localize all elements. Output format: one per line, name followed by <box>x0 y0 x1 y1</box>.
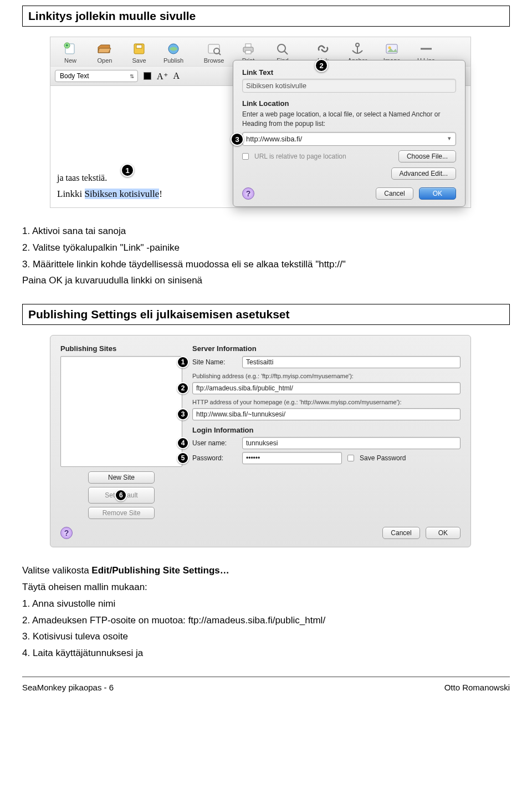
instructions-block-2: Valitse valikosta Edit/Publishing Site S… <box>22 564 510 660</box>
choose-file-button[interactable]: Choose File... <box>398 150 456 162</box>
editor-text-line1: ja taas tekstiä. <box>57 173 107 182</box>
http-addr-input[interactable]: http://www.siba.fi/~tunnuksesi/ <box>192 408 461 420</box>
callout-badge-2b: 2 <box>177 382 189 394</box>
footer-left: SeaMonkey pikaopas - 6 <box>22 683 114 692</box>
svg-line-13 <box>284 51 288 54</box>
user-name-label: User name: <box>192 439 237 447</box>
link-text-label: Link Text <box>242 68 456 77</box>
instr1-4: Paina OK ja kuvaruudulla linkki on sinis… <box>22 274 510 287</box>
server-info-panel: Server Information 1 Site Name: Testisai… <box>192 344 461 519</box>
server-info-title: Server Information <box>192 344 461 353</box>
set-default-button[interactable]: Set 6ault <box>88 487 155 504</box>
ok-button[interactable]: OK <box>419 187 456 200</box>
callout-badge-3: 3 <box>231 133 244 146</box>
svg-line-8 <box>219 53 221 55</box>
instr2-lead: Valitse valikosta Edit/Publishing Site S… <box>22 564 510 577</box>
help-icon[interactable]: ? <box>242 187 254 200</box>
instructions-block-1: 1. Aktivoi sana tai sanoja 2. Valitse ty… <box>22 225 510 287</box>
instr2-2: 2. Amadeuksen FTP-osoite on muotoa: ftp:… <box>22 614 510 627</box>
login-info-title: Login Information <box>192 426 461 434</box>
btn-open[interactable]: Open <box>88 39 121 65</box>
browse-icon <box>204 40 223 57</box>
callout-badge-1b: 1 <box>177 356 189 368</box>
new-icon: ✦ <box>61 40 80 57</box>
instr2-1: 1. Anna sivustolle nimi <box>22 597 510 611</box>
btn-publish[interactable]: Publish <box>157 39 190 65</box>
site-name-input[interactable]: Testisaitti <box>242 356 461 368</box>
publishing-sites-title: Publishing Sites <box>60 344 182 353</box>
screenshot-publishing-settings: Publishing Sites New Site Set 6ault Remo… <box>50 335 471 547</box>
cancel-button[interactable]: Cancel <box>376 187 413 200</box>
find-icon <box>273 40 292 57</box>
save-password-checkbox[interactable] <box>347 455 354 461</box>
anchor-icon <box>348 40 367 57</box>
paragraph-format-dropdown[interactable]: Body Text <box>55 70 138 82</box>
svg-point-14 <box>356 43 359 47</box>
btn-new[interactable]: ✦ New <box>54 39 87 65</box>
page-footer: SeaMonkey pikaopas - 6 Otto Romanowski <box>22 677 510 692</box>
section-title-2: Publishing Settings eli julkaisemisen as… <box>22 304 510 325</box>
open-icon <box>95 40 114 57</box>
http-addr-hint: HTTP address of your homepage (e.g.: 'ht… <box>192 399 461 405</box>
font-decrease-button[interactable]: A <box>173 71 180 81</box>
instr1-2: 2. Valitse työkalupalkin "Link" -painike <box>22 241 510 255</box>
save-password-label: Save Password <box>360 454 406 462</box>
link-location-help: Enter a web page location, a local file,… <box>242 110 456 129</box>
help-icon-2[interactable]: ? <box>60 527 73 539</box>
link-text-display: Sibiksen kotisivulle <box>242 79 456 93</box>
password-label: Password: <box>192 454 237 462</box>
pub-addr-hint: Publishing address (e.g.: 'ftp://ftp.myi… <box>192 373 461 379</box>
cancel-button-2[interactable]: Cancel <box>382 527 420 539</box>
screenshot-editor-link-dialog: ✦ New Open Save Publish Browse Print Fin… <box>50 37 471 208</box>
site-name-label: Site Name: <box>192 358 237 366</box>
link-url-input[interactable]: http://www.siba.fi/ <box>242 132 456 146</box>
pub-addr-input[interactable]: ftp://amadeus.siba.fi/public_html/ <box>192 382 461 394</box>
remove-site-button[interactable]: Remove Site <box>88 507 155 519</box>
instr2-sub: Täytä oheisen mallin mukaan: <box>22 581 510 594</box>
hline-icon <box>417 40 436 57</box>
callout-badge-3b: 3 <box>177 408 189 420</box>
font-increase-button[interactable]: A⁺ <box>157 71 168 82</box>
section-title-1: Linkitys jollekin muulle sivulle <box>22 6 510 27</box>
ok-button-2[interactable]: OK <box>426 527 461 539</box>
svg-rect-4 <box>136 45 142 48</box>
new-site-button[interactable]: New Site <box>88 471 155 484</box>
callout-badge-5: 5 <box>177 452 189 464</box>
instr2-4: 4. Laita käyttäjätunnuksesi ja <box>22 647 510 660</box>
svg-text:✦: ✦ <box>65 43 69 48</box>
save-icon <box>130 40 149 57</box>
svg-point-12 <box>278 44 285 52</box>
svg-rect-10 <box>245 44 251 47</box>
publishing-sites-panel: Publishing Sites New Site Set 6ault Remo… <box>60 344 182 519</box>
callout-badge-4: 4 <box>177 437 189 449</box>
svg-rect-11 <box>245 50 251 54</box>
user-name-input[interactable]: tunnuksesi <box>242 437 461 449</box>
callout-badge-1: 1 <box>121 164 134 177</box>
link-properties-dialog: Link Text Sibiksen kotisivulle Link Loca… <box>233 60 466 207</box>
link-icon <box>314 40 332 57</box>
btn-browse[interactable]: Browse <box>197 39 231 65</box>
advanced-edit-button[interactable]: Advanced Edit... <box>391 167 456 180</box>
text-color-picker[interactable] <box>144 72 151 80</box>
publish-icon <box>164 40 183 57</box>
link-location-label: Link Location <box>242 99 456 108</box>
callout-badge-6: 6 <box>115 489 127 501</box>
editor-text-line2-post: ! <box>159 189 162 199</box>
instr1-1: 1. Aktivoi sana tai sanoja <box>22 225 510 238</box>
instr2-3: 3. Kotisivusi tuleva osoite <box>22 630 510 643</box>
callout-badge-2: 2 <box>315 59 328 72</box>
editor-text-line2-pre: Linkki <box>57 189 85 199</box>
sites-listbox[interactable] <box>60 356 182 467</box>
btn-save[interactable]: Save <box>122 39 156 65</box>
footer-right: Otto Romanowski <box>444 683 510 692</box>
password-input[interactable]: •••••• <box>242 452 342 464</box>
print-icon <box>239 40 258 57</box>
image-icon <box>382 40 401 57</box>
url-relative-checkbox[interactable] <box>242 153 249 160</box>
instr1-3: 3. Määrittele linkin kohde täydellisessä… <box>22 258 510 271</box>
url-relative-label: URL is relative to page location <box>254 153 346 160</box>
editor-selection: Sibiksen kotisivulle <box>85 189 160 199</box>
